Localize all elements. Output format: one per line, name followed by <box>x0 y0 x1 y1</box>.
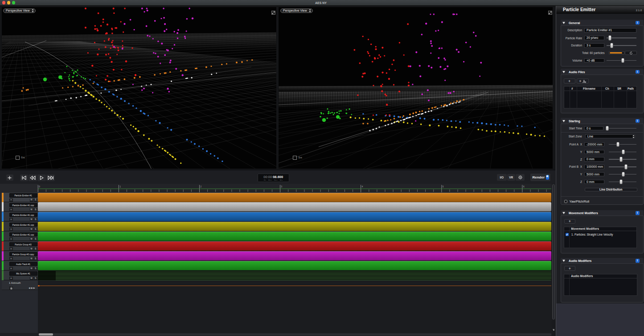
svg-text:4: 4 <box>362 186 363 188</box>
svg-text:0: 0 <box>39 186 40 188</box>
svg-text:5: 5 <box>443 186 444 188</box>
svg-text:2: 2 <box>201 186 202 188</box>
svg-text:6: 6 <box>523 186 525 188</box>
svg-text:3: 3 <box>281 186 283 188</box>
svg-text:1: 1 <box>119 186 121 188</box>
